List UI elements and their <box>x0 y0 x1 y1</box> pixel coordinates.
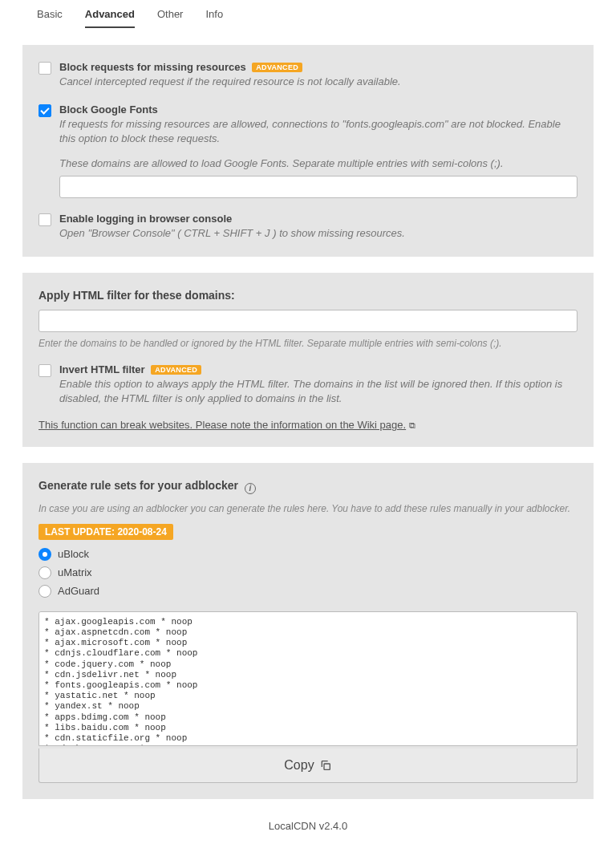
block-fonts-title: Block Google Fonts <box>59 103 158 116</box>
advanced-options-panel: Block requests for missing resources ADV… <box>22 45 594 257</box>
block-fonts-desc: If requests for missing resources are al… <box>59 117 578 146</box>
block-missing-desc: Cancel intercepted request if the requir… <box>59 75 578 89</box>
tab-info[interactable]: Info <box>205 8 223 28</box>
info-icon[interactable]: i <box>245 483 256 494</box>
rules-textarea[interactable] <box>38 611 578 746</box>
radio-ublock-label: uBlock <box>58 548 89 560</box>
copy-icon <box>319 759 332 772</box>
radio-adguard[interactable] <box>38 585 51 598</box>
html-filter-input[interactable] <box>38 310 578 332</box>
block-fonts-sub: These domains are allowed to load Google… <box>59 156 578 171</box>
svg-rect-0 <box>324 764 330 769</box>
radio-umatrix[interactable] <box>38 566 51 579</box>
logging-desc: Open "Browser Console" ( CTRL + SHIFT + … <box>59 226 578 241</box>
advanced-badge: ADVANCED <box>252 63 302 72</box>
last-update-badge: LAST UPDATE: 2020-08-24 <box>38 524 173 540</box>
ruleset-panel: Generate rule sets for your adblocker i … <box>22 463 594 799</box>
logging-title: Enable logging in browser console <box>59 213 232 225</box>
footer-version: LocalCDN v2.4.0 <box>22 799 594 852</box>
html-filter-title: Apply HTML filter for these domains: <box>38 289 578 302</box>
invert-filter-desc: Enable this option to always apply the H… <box>59 377 578 406</box>
tab-basic[interactable]: Basic <box>37 8 63 28</box>
block-missing-checkbox[interactable] <box>38 62 51 75</box>
copy-button[interactable]: Copy <box>38 749 578 783</box>
advanced-badge: ADVANCED <box>151 365 201 375</box>
html-filter-panel: Apply HTML filter for these domains: Ent… <box>22 273 594 447</box>
block-fonts-checkbox[interactable] <box>38 104 51 117</box>
radio-ublock[interactable] <box>38 548 51 561</box>
logging-checkbox[interactable] <box>38 213 51 226</box>
wiki-warning-link[interactable]: This function can break websites. Please… <box>38 419 415 431</box>
invert-filter-checkbox[interactable] <box>38 364 51 377</box>
invert-filter-title: Invert HTML filter <box>59 363 145 375</box>
radio-umatrix-label: uMatrix <box>58 566 92 578</box>
fonts-allowlist-input[interactable] <box>59 176 578 198</box>
tabs: Basic Advanced Other Info <box>22 0 594 29</box>
ruleset-desc: In case you are using an adblocker you c… <box>38 502 578 516</box>
tab-other[interactable]: Other <box>157 8 184 28</box>
external-link-icon: ⧉ <box>409 420 415 431</box>
html-filter-hint: Enter the domains to be handled or ignor… <box>38 337 578 351</box>
radio-adguard-label: AdGuard <box>58 585 99 597</box>
block-missing-title: Block requests for missing resources <box>59 61 246 73</box>
ruleset-title: Generate rule sets for your adblocker i <box>38 479 578 494</box>
tab-advanced[interactable]: Advanced <box>85 8 135 28</box>
